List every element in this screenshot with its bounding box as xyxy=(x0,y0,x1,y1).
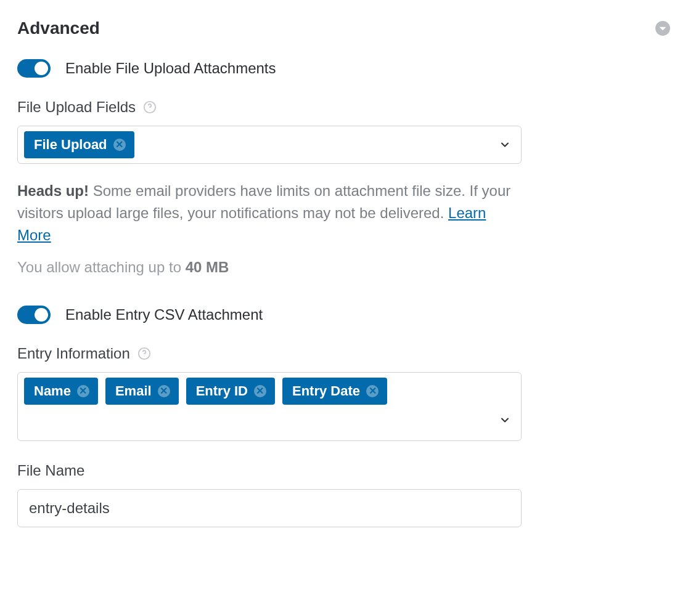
close-icon[interactable]: ✕ xyxy=(77,385,89,397)
entry-info-label-row: Entry Information xyxy=(17,345,671,362)
allow-amount: 40 MB xyxy=(186,259,229,275)
chip-label: Entry Date xyxy=(292,383,360,399)
file-name-group: File Name xyxy=(17,462,671,527)
chip-label: Email xyxy=(115,383,152,399)
file-upload-fields-label-row: File Upload Fields xyxy=(17,99,671,116)
help-icon[interactable] xyxy=(137,347,151,360)
csv-toggle-label: Enable Entry CSV Attachment xyxy=(65,306,263,323)
close-icon[interactable]: ✕ xyxy=(158,385,170,397)
chevron-down-circle-icon[interactable] xyxy=(655,20,671,36)
chip-label: File Upload xyxy=(34,137,107,153)
file-upload-toggle-row: Enable File Upload Attachments xyxy=(17,59,671,78)
chip-name: Name ✕ xyxy=(24,378,98,405)
panel-header: Advanced xyxy=(17,18,671,38)
csv-toggle[interactable] xyxy=(17,306,51,324)
chip-file-upload: File Upload ✕ xyxy=(24,131,134,158)
close-icon[interactable]: ✕ xyxy=(254,385,266,397)
chevron-down-icon[interactable] xyxy=(499,139,511,151)
notice-heads-up: Heads up! xyxy=(17,182,89,199)
file-name-label: File Name xyxy=(17,462,84,479)
toggle-knob xyxy=(35,62,48,75)
svg-point-4 xyxy=(144,356,144,357)
help-icon[interactable] xyxy=(143,100,157,114)
chip-entry-date: Entry Date ✕ xyxy=(282,378,387,405)
entry-info-label: Entry Information xyxy=(17,345,130,362)
file-upload-fields-label: File Upload Fields xyxy=(17,99,136,116)
close-icon[interactable]: ✕ xyxy=(366,385,379,397)
toggle-knob xyxy=(35,308,48,322)
csv-toggle-row: Enable Entry CSV Attachment xyxy=(17,306,671,324)
file-size-notice: Heads up! Some email providers have limi… xyxy=(17,180,522,246)
file-upload-fields-select[interactable]: File Upload ✕ xyxy=(17,126,522,164)
file-upload-toggle-label: Enable File Upload Attachments xyxy=(65,60,276,77)
chip-email: Email ✕ xyxy=(105,378,179,405)
chip-label: Entry ID xyxy=(196,383,248,399)
allow-prefix: You allow attaching up to xyxy=(17,259,186,275)
file-name-input[interactable] xyxy=(17,489,522,527)
file-upload-toggle[interactable] xyxy=(17,59,51,78)
svg-point-2 xyxy=(150,110,150,110)
file-name-label-row: File Name xyxy=(17,462,671,479)
notice-body: Some email providers have limits on atta… xyxy=(17,182,510,221)
allow-line: You allow attaching up to 40 MB xyxy=(17,259,522,276)
panel-title: Advanced xyxy=(17,18,100,38)
chip-label: Name xyxy=(34,383,71,399)
chip-entry-id: Entry ID ✕ xyxy=(186,378,275,405)
close-icon[interactable]: ✕ xyxy=(113,139,126,151)
chevron-down-icon[interactable] xyxy=(499,414,511,426)
entry-info-select[interactable]: Name ✕ Email ✕ Entry ID ✕ Entry Date ✕ xyxy=(17,372,522,441)
